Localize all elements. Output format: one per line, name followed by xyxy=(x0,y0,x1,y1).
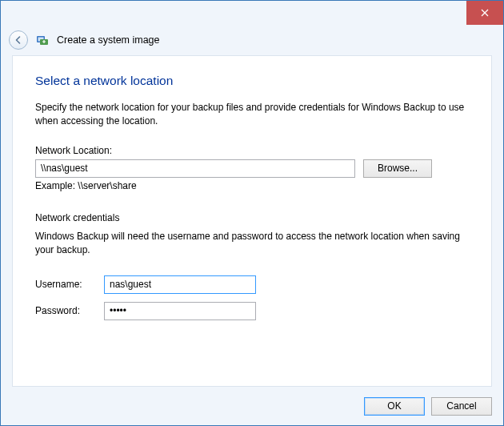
page-heading: Select a network location xyxy=(35,74,469,88)
arrow-left-icon xyxy=(14,35,23,45)
close-button[interactable] xyxy=(466,1,503,25)
browse-button[interactable]: Browse... xyxy=(363,159,432,178)
network-location-label: Network Location: xyxy=(35,145,469,156)
titlebar xyxy=(1,1,503,25)
username-row: Username: xyxy=(35,275,469,294)
credentials-description: Windows Backup will need the username an… xyxy=(35,230,467,258)
close-icon xyxy=(481,9,489,17)
credentials-section-label: Network credentials xyxy=(35,212,469,223)
dialog-window: Create a system image Select a network l… xyxy=(0,0,504,426)
content-panel: Select a network location Specify the ne… xyxy=(12,55,492,387)
password-row: Password: xyxy=(35,302,469,320)
network-location-row: Browse... xyxy=(35,159,469,178)
username-label: Username: xyxy=(35,279,104,290)
network-example-text: Example: \\server\share xyxy=(35,180,469,191)
header-bar: Create a system image xyxy=(1,25,503,55)
network-location-input[interactable] xyxy=(35,159,355,178)
username-input[interactable] xyxy=(104,275,256,294)
password-input[interactable] xyxy=(104,302,256,320)
page-description: Specify the network location for your ba… xyxy=(35,101,467,129)
password-label: Password: xyxy=(35,305,104,316)
cancel-button[interactable]: Cancel xyxy=(431,397,492,416)
system-image-icon xyxy=(36,34,49,46)
dialog-footer: OK Cancel xyxy=(1,387,503,425)
ok-button[interactable]: OK xyxy=(364,397,425,416)
back-button[interactable] xyxy=(9,30,28,50)
window-title: Create a system image xyxy=(57,34,160,46)
